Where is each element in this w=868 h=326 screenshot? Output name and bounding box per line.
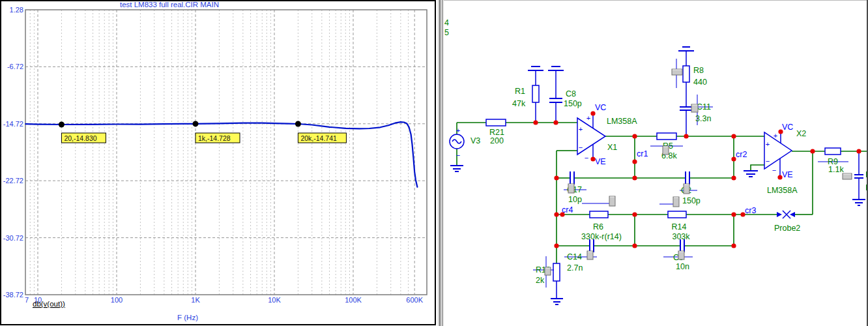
resistor-r21[interactable]: R21 200 [486,119,506,145]
r21-name[interactable]: R21 [489,128,504,137]
x1-vc-node[interactable]: VC [595,103,606,112]
r6-name[interactable]: R6 [593,222,603,231]
r1-value[interactable]: 47k [512,99,526,108]
x2-designator[interactable]: X2 [796,129,806,138]
resistor-r13[interactable]: R13 2k [533,256,563,304]
drag-handle-icon [678,251,684,259]
x2-vc-node[interactable]: VC [782,123,793,132]
v3-plus-sign: + [456,126,460,134]
x-axis-title: F (Hz) [177,314,198,321]
svg-text:7: 7 [25,296,29,304]
drag-handle-icon [691,104,698,112]
svg-text:10K: 10K [268,296,281,304]
node-cr2[interactable]: cr2 [736,150,747,159]
c8-value[interactable]: 150p [564,99,582,108]
c14-name[interactable]: C14 [567,252,582,261]
output-capacitor[interactable] [852,151,868,205]
svg-text:1K: 1K [191,296,200,304]
r1-name[interactable]: R1 [515,87,525,96]
grid-row-number: 4 [444,18,449,27]
resistor-r9[interactable]: R9 1.1k [818,148,848,174]
svg-text:-14.72: -14.72 [3,120,23,128]
app-window: test LM833 full real.CIR MAIN 7101001K10… [0,0,868,326]
capacitor-c2[interactable]: C2 150p [659,171,701,205]
window-splitter[interactable] [437,0,444,326]
c8-name[interactable]: C8 [566,89,576,98]
svg-text:100K: 100K [345,296,362,304]
x1-noninv-input: + [579,125,583,133]
drag-handle-icon [684,184,689,194]
probe2-label[interactable]: Probe2 [774,224,800,233]
r13-value[interactable]: 2k [536,276,545,285]
probe-arrow-icon [777,212,782,217]
r14-value[interactable]: 303k [672,232,690,241]
svg-text:20,-14.830: 20,-14.830 [64,134,96,142]
svg-text:-22.72: -22.72 [3,177,23,185]
svg-text:1.28: 1.28 [10,6,23,14]
bode-plot: test LM833 full real.CIR MAIN 7101001K10… [0,0,437,326]
r9-value[interactable]: 1.1k [828,165,844,174]
c2-value[interactable]: 150p [682,196,701,205]
resistor-r6[interactable]: R6 330k-r(r14) [581,211,622,241]
svg-text:1k,-14.728: 1k,-14.728 [198,134,231,142]
x2-ve-node[interactable]: VE [782,170,793,179]
r8-name[interactable]: R8 [693,66,704,75]
trace-expression-label[interactable]: db(v(out)) [33,300,65,308]
probe2[interactable]: Probe2 [774,211,800,233]
capacitor-c11[interactable]: C11 3.3n [680,95,713,136]
drag-handle-icon [843,173,852,179]
x1-model[interactable]: LM358A [607,117,637,126]
r14-name[interactable]: R14 [672,222,687,231]
x2-noninv-input: + [766,140,770,148]
x2-vplus-sign: + [774,132,777,140]
resistor-r8[interactable]: R8 440 [676,47,707,107]
x1-ve-node[interactable]: VE [595,157,606,166]
rail-tie-icon [548,67,564,70]
drag-handle-icon [672,69,682,75]
opamp-x1[interactable]: + − + − VC VE LM358A X1 [577,103,637,166]
ground-icon [551,299,563,304]
ground-icon [744,171,758,177]
c11-value[interactable]: 3.3n [695,114,711,123]
svg-text:-6.72: -6.72 [7,63,23,70]
x1-inv-input: − [579,143,583,151]
capacitor-c8[interactable]: C8 150p [548,67,582,123]
svg-text:100: 100 [111,296,123,304]
r21-value[interactable]: 200 [490,136,504,145]
x1-vplus-sign: + [586,114,590,122]
c9-value[interactable]: 10n [676,262,689,271]
c14-value[interactable]: 2.7n [567,263,583,273]
x1-designator[interactable]: X1 [607,143,617,152]
ground-icon [450,166,463,171]
drag-handle-icon [609,196,615,206]
v3-label[interactable]: V3 [470,136,480,145]
c11-name[interactable]: C11 [697,102,711,111]
svg-text:20k,-14.741: 20k,-14.741 [300,134,337,142]
node-cr1[interactable]: cr1 [637,149,648,158]
node-cr3[interactable]: cr3 [745,206,756,215]
opamp-x2[interactable]: + − + − VC VE X2 LM358A [744,123,806,195]
drag-handle-icon [673,197,679,207]
probe-arrow-icon [790,212,795,217]
c17-value[interactable]: 10p [568,195,582,204]
x2-inv-input: − [766,157,770,165]
r6-value[interactable]: 330k-r(r14) [581,232,622,241]
v3-minus-sign: − [456,151,460,159]
source-v3[interactable]: + − V3 [450,126,480,171]
drag-handle-icon [568,184,574,193]
text-handles[interactable] [545,69,852,275]
x2-vminus-sign: − [772,166,776,174]
r8-value[interactable]: 440 [693,78,707,87]
rail-tie-icon [528,67,543,70]
svg-text:-30.72: -30.72 [3,234,23,242]
schematic-panel: 4 5 [444,0,868,326]
grid-row-number: 5 [444,28,449,37]
resistor-r14[interactable]: R14 303k [668,211,690,241]
svg-text:-38.72: -38.72 [3,291,23,299]
drag-handle-icon [587,251,593,259]
x2-model[interactable]: LM358A [767,186,798,195]
drag-handle-icon [545,267,551,275]
x1-vminus-sign: − [585,154,588,162]
resistor-r1[interactable]: R1 47k [512,67,543,123]
schematic-canvas[interactable]: 4 5 [444,1,868,326]
